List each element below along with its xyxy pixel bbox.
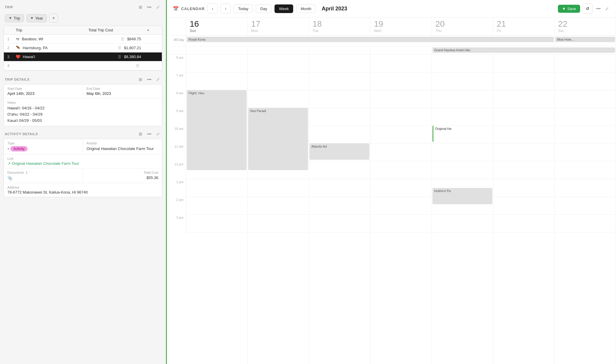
left-panel: TRIP ⊞ ••• ⤢ ▼ Trip ▼ Year + Trip Total … [0,0,166,364]
type-dropdown[interactable]: ▾ Activity [7,146,79,151]
activity-name-value[interactable]: Original Hawaiian Chocolate Farm Tour [87,146,158,151]
table-row[interactable]: 4 ☰ [4,61,162,70]
type-activity-row: Type ▾ Activity Activity Original Hawaii… [4,139,162,154]
day-num-20: 20 [435,20,489,28]
atlantis-event[interactable]: Atlantis Ad [309,143,369,160]
hour-14 [186,197,247,215]
naniloa-mon [248,46,309,54]
filter-year-label: Year [35,16,43,20]
trip-more-btn[interactable]: ••• [146,4,153,10]
calendar-app-title: CALENDAR [181,7,205,11]
notes-content[interactable]: Hawai'i: 04/16 - 04/22O'ahu: 04/22 - 04/… [7,105,158,124]
link-row: Link ↗ Original Hawaiian Chocolate Farm … [4,154,162,168]
day-col-thu: Original Ha Hulihe'e Pa [432,55,493,364]
activity-filter-btn[interactable]: ⊞ [138,131,143,137]
calendar-body: 16 Sun 17 Mon 18 Tue 19 Wed 20 Thu 21 Fr… [167,17,616,364]
save-button[interactable]: ▼ Save [558,5,580,13]
prev-btn[interactable]: ‹ [208,4,218,14]
trip-name-text: Harrisburg, PA [23,46,48,50]
time-7am: 7 am [167,72,186,90]
day-num-16: 16 [190,20,244,28]
add-row-btn [144,52,153,61]
notes-cell: Notes Hawai'i: 04/16 - 04/22O'ahu: 04/22… [4,98,162,126]
original-ha-event[interactable]: Original Ha [433,126,492,142]
doc-icon: ☰ [118,55,121,59]
trip-name: ❤️ Hawai'i [13,52,85,61]
type-label: Type [7,141,79,145]
activity-expand-btn[interactable]: ⤢ [155,131,161,137]
time-grid: 6 am 7 am 8 am 9 am 10 am 11 am 12 pm 1 … [167,55,616,364]
naniloa-sun [186,46,248,54]
trip-details-filter-btn[interactable]: ⊞ [138,76,143,82]
trip-table: Trip Total Trip Cost + 1 🛩 Baraboo, WI ☰… [4,25,162,71]
cal-more-btn[interactable]: ••• [595,6,602,12]
cal-header-right: ▼ Save ↺ ••• ⤢ [558,4,610,14]
day-name-mon: Mon [251,29,305,33]
activity-details-header: ACTIVITY DETAILS ⊞ ••• ⤢ [4,129,162,139]
filter-row: ▼ Trip ▼ Year + [0,12,166,25]
link-value[interactable]: ↗ Original Hawaiian Chocolate Farm Tour [7,161,158,166]
ilikai-bar[interactable]: Ilikai Hote... [555,37,615,42]
docs-cost-row: Documents ℹ 📎 Total Cost $55.36 [4,168,162,183]
time-3pm: 3 pm [167,215,186,232]
start-date-value[interactable]: April 14th, 2023 [7,91,79,96]
trip-name: 🪶 Harrisburg, PA [13,44,85,52]
end-date-value[interactable]: May 6th, 2023 [87,91,158,96]
refresh-btn[interactable]: ↺ [583,4,593,14]
day-col-sat [555,55,616,364]
total-cost-value[interactable]: $55.36 [87,175,158,180]
filter-trip-pill[interactable]: ▼ Trip [5,14,24,22]
filter-year-pill[interactable]: ▼ Year [26,14,47,22]
table-row[interactable]: 1 🛩 Baraboo, WI ☰ $849.75 [4,35,162,44]
row-extra [153,44,162,52]
flight-event[interactable]: Flight: Hou [187,90,247,170]
trip-details-more-btn[interactable]: ••• [146,76,153,82]
week-btn[interactable]: Week [275,4,293,13]
next-btn[interactable]: › [221,4,231,14]
activity-more-btn[interactable]: ••• [146,131,153,137]
add-filter-btn[interactable]: + [49,14,58,23]
trip-expand-btn[interactable]: ⤢ [155,4,161,10]
trip-details-expand-btn[interactable]: ⤢ [155,76,161,82]
trip-name-text: Baraboo, WI [22,37,43,41]
row-num: 2 [4,44,13,52]
end-date-label: End Date [87,87,158,90]
day-header-wed: 19 Wed [370,17,432,35]
add-col-header[interactable]: + [144,26,153,35]
day-col-tue: Atlantis Ad [309,55,370,364]
cal-expand-btn[interactable]: ⤢ [604,6,610,12]
table-row[interactable]: 2 🪶 Harrisburg, PA ☰ $1,807.21 [4,44,162,52]
hulihee-event[interactable]: Hulihe'e Pa [433,188,492,204]
table-row[interactable]: 3 ❤️ Hawai'i ☰ $8,380.84 [4,52,162,61]
type-badge: Activity [10,146,28,151]
trip-section-header: TRIP ⊞ ••• ⤢ [0,2,166,12]
month-btn[interactable]: Month [296,4,316,13]
day-header-tue: 18 Tue [309,17,370,35]
trip-emoji: ❤️ [16,55,20,59]
trip-details-header: TRIP DETAILS ⊞ ••• ⤢ [4,74,162,84]
trip-details-section: TRIP DETAILS ⊞ ••• ⤢ Start Date April 14… [4,74,162,126]
time-1pm: 1 pm [167,179,186,197]
royal-kona-bar[interactable]: Royal Kona [187,37,554,42]
row-extra [153,35,162,44]
trip-name [13,61,85,70]
right-panel: 📅 CALENDAR ‹ › Today Day Week Month Apri… [166,0,616,364]
grand-naniloa-row: Grand Naniloa Hotel Hilo [167,46,616,55]
day-num-22: 22 [558,20,612,28]
today-btn[interactable]: Today [234,4,253,13]
sea-paradise-event[interactable]: Sea Paradi [248,108,308,170]
day-headers: 16 Sun 17 Mon 18 Tue 19 Wed 20 Thu 21 Fr… [167,17,616,36]
trip-filter-icon-btn[interactable]: ⊞ [138,4,143,10]
cost-value: $1,807.21 [124,46,141,50]
time-8am: 8 am [167,90,186,108]
address-value[interactable]: 78-6772 Makonawei St, Kailua-Kona, HI 96… [7,190,158,194]
link-label: Link [7,157,158,160]
activity-details-section: ACTIVITY DETAILS ⊞ ••• ⤢ Type ▾ Activity… [4,129,162,197]
day-btn[interactable]: Day [256,4,272,13]
cost-value: $8,380.84 [124,55,141,59]
day-header-thu: 20 Thu [432,17,493,35]
naniloa-spacer [167,46,186,54]
day-col-mon: Sea Paradi [248,55,309,364]
notes-line: O'ahu: 04/22 - 04/29 [7,111,158,118]
grand-naniloa-bar[interactable]: Grand Naniloa Hotel Hilo [433,47,615,53]
